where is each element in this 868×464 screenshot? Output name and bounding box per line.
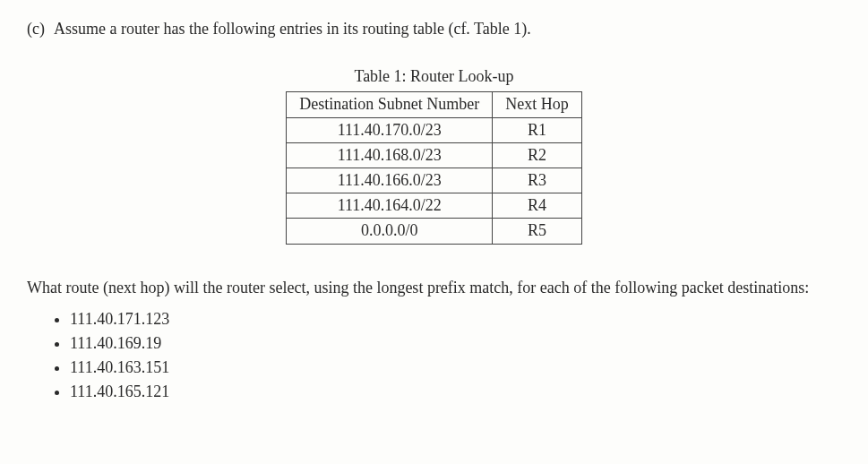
cell-nexthop: R4 [493,193,582,219]
table-row: 0.0.0.0/0 R5 [287,219,581,244]
cell-destination: 0.0.0.0/0 [287,219,493,244]
cell-destination: 111.40.170.0/23 [287,117,493,142]
table-caption: Table 1: Router Look-up [354,65,513,88]
col-header-nexthop: Next Hop [493,92,582,117]
table-row: 111.40.166.0/23 R3 [287,168,581,193]
routing-table: Destination Subnet Number Next Hop 111.4… [286,91,581,244]
question-label: (c) [27,18,45,40]
cell-nexthop: R3 [493,168,582,193]
list-item: 111.40.165.121 [70,381,841,403]
table-row: 111.40.170.0/23 R1 [287,117,581,142]
col-header-destination: Destination Subnet Number [287,92,493,117]
destination-list: 111.40.171.123 111.40.169.19 111.40.163.… [27,308,841,404]
sub-question-prompt: What route (next hop) will the router se… [27,277,841,299]
question-line: (c) Assume a router has the following en… [27,18,841,40]
cell-nexthop: R2 [493,142,582,168]
list-item: 111.40.171.123 [70,308,841,331]
list-item: 111.40.169.19 [70,332,841,355]
routing-table-section: Table 1: Router Look-up Destination Subn… [27,65,841,244]
list-item: 111.40.163.151 [70,357,841,379]
cell-nexthop: R5 [493,219,582,244]
cell-destination: 111.40.164.0/22 [287,193,493,219]
table-row: 111.40.164.0/22 R4 [287,193,581,219]
question-text: Assume a router has the following entrie… [54,18,531,40]
table-row: 111.40.168.0/23 R2 [287,142,581,168]
table-header-row: Destination Subnet Number Next Hop [287,92,581,117]
cell-destination: 111.40.168.0/23 [287,142,493,168]
cell-nexthop: R1 [493,117,582,142]
cell-destination: 111.40.166.0/23 [287,168,493,193]
